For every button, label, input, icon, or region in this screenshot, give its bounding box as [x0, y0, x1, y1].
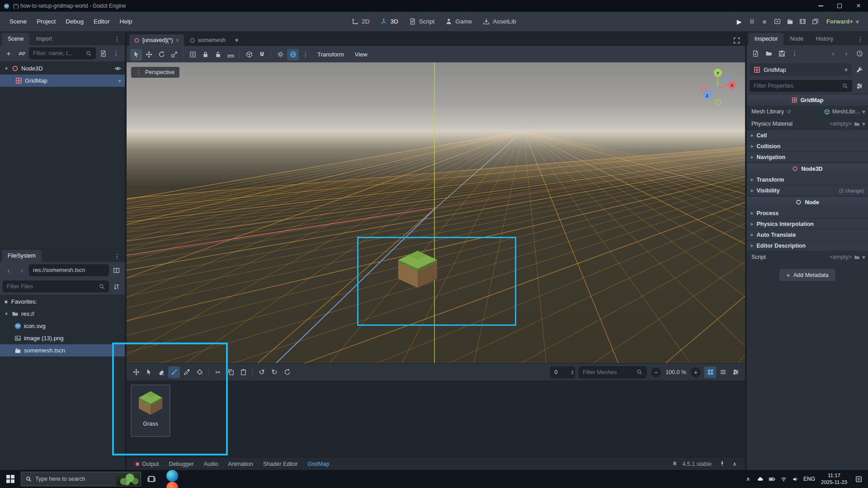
- save-resource-button[interactable]: [776, 47, 788, 59]
- tab-import[interactable]: Import: [30, 33, 57, 45]
- action-center-button[interactable]: [851, 476, 866, 483]
- file-row-icon-svg[interactable]: icon.svg: [0, 320, 125, 332]
- rotate-right-button[interactable]: ↻: [269, 366, 280, 378]
- tray-network[interactable]: [778, 470, 789, 488]
- gridmap-select-button[interactable]: [143, 366, 155, 378]
- new-resource-button[interactable]: [750, 47, 761, 59]
- gridmap-transform-button[interactable]: [130, 366, 142, 378]
- taskbar-app-brave[interactable]: [162, 482, 183, 488]
- tray-battery[interactable]: [766, 470, 778, 488]
- menu-project[interactable]: Project: [32, 15, 61, 28]
- favorites-row[interactable]: ★ Favorites:: [0, 296, 125, 308]
- lock-node-button[interactable]: [199, 49, 211, 61]
- preview-sun-button[interactable]: [274, 49, 286, 61]
- snap-toggle-button[interactable]: [256, 49, 268, 61]
- close-tab-icon[interactable]: ×: [175, 37, 179, 43]
- tab-filesystem[interactable]: FileSystem: [2, 250, 42, 262]
- expand-icon[interactable]: ▾: [4, 311, 9, 317]
- movie-maker-button[interactable]: [797, 16, 808, 28]
- tree-node-gridmap[interactable]: └ GridMap ▾: [0, 75, 125, 87]
- history-back-button[interactable]: ‹: [3, 264, 14, 276]
- physics-material-value-dropdown[interactable]: <empty> ▾: [830, 121, 865, 127]
- mesh-library-value-dropdown[interactable]: MeshLibr... ▾: [824, 108, 865, 115]
- scene-tab-unsaved[interactable]: [unsaved](*) ×: [129, 34, 184, 46]
- preview-environment-button[interactable]: [287, 49, 299, 61]
- rotate-tool-button[interactable]: [156, 49, 167, 61]
- script-value-dropdown[interactable]: <empty> ▾: [830, 254, 865, 260]
- unlock-node-button[interactable]: [212, 49, 224, 61]
- scene-tree-options-button[interactable]: ⋮: [110, 47, 122, 59]
- expand-bottom-panel-button[interactable]: ∧: [729, 458, 741, 470]
- list-view-button[interactable]: [717, 366, 729, 378]
- bottom-panel-audio[interactable]: Audio: [199, 460, 222, 469]
- new-scene-tab-button[interactable]: +: [231, 34, 243, 46]
- group-collision[interactable]: ▸ Collision: [747, 141, 868, 152]
- property-filter-options-button[interactable]: [854, 80, 865, 92]
- attach-script-button[interactable]: [97, 47, 109, 59]
- menu-editor[interactable]: Editor: [89, 15, 114, 28]
- group-physics-interpolation[interactable]: ▸ Physics Interpolation: [747, 219, 868, 230]
- stop-button[interactable]: ■: [759, 16, 770, 28]
- 3d-viewport[interactable]: ⋮ Perspective Y X Z: [127, 62, 745, 363]
- thumbnail-view-button[interactable]: [704, 366, 716, 378]
- gridmap-fill-button[interactable]: [193, 366, 205, 378]
- gridmap-paint-button[interactable]: [168, 366, 180, 378]
- perspective-menu[interactable]: ⋮ Perspective: [131, 67, 179, 78]
- minimize-button[interactable]: [811, 0, 830, 12]
- gridmap-paste-button[interactable]: [237, 366, 249, 378]
- bottom-panel-gridmap[interactable]: GridMap: [303, 460, 334, 469]
- inspector-tools-button[interactable]: [854, 64, 865, 75]
- history-forward-button[interactable]: ›: [840, 47, 852, 59]
- split-view-button[interactable]: [110, 264, 122, 276]
- floor-spinbox[interactable]: 0 ▴▾: [550, 366, 575, 378]
- tab-inspector[interactable]: Inspector: [749, 33, 783, 45]
- tab-history[interactable]: History: [810, 33, 839, 45]
- gridmap-erase-button[interactable]: [156, 366, 167, 378]
- gridmap-settings-button[interactable]: [730, 366, 741, 378]
- bottom-panel-animation[interactable]: Animation: [223, 460, 258, 469]
- gridmap-cut-button[interactable]: ✂: [212, 366, 224, 378]
- workspace-game[interactable]: Game: [440, 15, 477, 28]
- inspector-dock-menu-button[interactable]: ⋮: [854, 33, 866, 45]
- property-physics-material[interactable]: Physics Material <empty> ▾: [747, 118, 868, 130]
- group-cell[interactable]: ▸ Cell: [747, 130, 868, 141]
- sun-environment-options-button[interactable]: ⋮: [300, 49, 311, 61]
- chevron-down-icon[interactable]: ▾: [118, 78, 121, 84]
- bottom-panel-debugger[interactable]: Debugger: [165, 460, 198, 469]
- scene-dock-menu-button[interactable]: ⋮: [111, 33, 123, 45]
- file-row-image-png[interactable]: image (13).png: [0, 332, 125, 344]
- history-forward-button[interactable]: ›: [16, 264, 28, 276]
- play-scene-button[interactable]: [771, 16, 783, 28]
- menu-scene[interactable]: Scene: [5, 15, 32, 28]
- select-tool-button[interactable]: [130, 49, 142, 61]
- play-button[interactable]: ▶: [733, 16, 745, 28]
- rotate-axis-button[interactable]: [281, 366, 293, 378]
- spin-down-icon[interactable]: ▾: [571, 372, 573, 375]
- add-node-button[interactable]: +: [3, 47, 14, 59]
- move-tool-button[interactable]: [143, 49, 155, 61]
- add-metadata-button[interactable]: + Add Metadata: [779, 269, 835, 281]
- visibility-eye-icon[interactable]: [114, 65, 121, 72]
- play-custom-scene-button[interactable]: [784, 16, 796, 28]
- scene-filter-input[interactable]: Filter: name, t...: [29, 47, 96, 59]
- notification-bell-icon[interactable]: [672, 461, 678, 467]
- tree-node-node3d[interactable]: ▾ Node3D: [0, 62, 125, 75]
- resource-options-button[interactable]: ⋮: [789, 47, 801, 59]
- workspace-3d[interactable]: 3D: [375, 15, 403, 28]
- language-indicator[interactable]: ENG: [801, 476, 817, 482]
- taskbar-app-edge[interactable]: [162, 470, 183, 482]
- list-select-button[interactable]: [187, 49, 198, 61]
- tab-scene[interactable]: Scene: [2, 33, 29, 45]
- group-auto-translate[interactable]: ▸ Auto Translate: [747, 230, 868, 240]
- zoom-out-button[interactable]: −: [651, 367, 661, 377]
- tray-volume[interactable]: [789, 470, 801, 488]
- instance-scene-button[interactable]: [16, 47, 28, 59]
- maximize-button[interactable]: [830, 0, 849, 12]
- menu-help[interactable]: Help: [114, 15, 137, 28]
- zoom-in-button[interactable]: +: [691, 367, 701, 377]
- menu-debug[interactable]: Debug: [61, 15, 89, 28]
- view-menu[interactable]: View: [350, 48, 373, 61]
- mesh-item-grass[interactable]: Grass: [131, 385, 170, 437]
- edit-history-button[interactable]: [854, 47, 865, 59]
- group-button[interactable]: [225, 49, 236, 61]
